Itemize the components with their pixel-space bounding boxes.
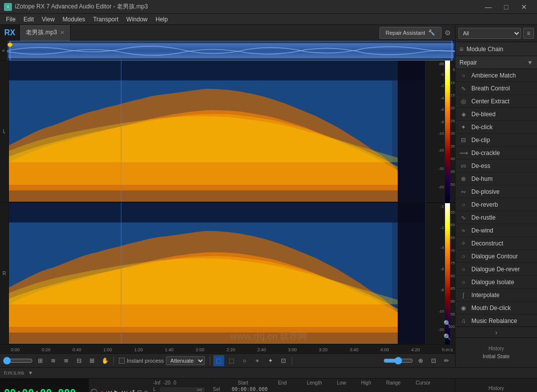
breath-control-icon: ∿ <box>459 85 467 92</box>
freq-sel-btn[interactable]: ⬚ <box>226 355 237 366</box>
module-item-de-click[interactable]: ✦ De-click <box>455 121 537 134</box>
length-col-label: Length <box>307 380 322 386</box>
menu-modules[interactable]: Modules <box>59 15 89 24</box>
repair-assistant-button[interactable]: Repair Assistant 🔧 <box>379 27 442 39</box>
zoom-out-btn[interactable]: ⊟ <box>74 355 85 366</box>
render-btn[interactable]: ⊡ <box>278 355 289 366</box>
menu-edit[interactable]: Edit <box>19 15 38 24</box>
module-item-de-rustle[interactable]: ∿ De-rustle <box>455 211 537 224</box>
module-item-de-ess[interactable]: sS De-ess <box>455 159 537 172</box>
waveform-view-btn[interactable]: ⬚ <box>213 355 224 366</box>
l-level-meter: -Inf <box>160 388 204 392</box>
spectrogram-l[interactable] <box>9 61 425 203</box>
module-item-de-clip[interactable]: ⊟ De-clip <box>455 134 537 147</box>
module-item-de-reverb[interactable]: ○ De-reverb <box>455 198 537 211</box>
prev-btn[interactable]: ⏮ <box>106 389 112 392</box>
repair-category-dropdown[interactable]: Repair ▼ <box>455 56 537 69</box>
menu-transport[interactable]: Transport <box>89 15 122 24</box>
module-item-deconstruct[interactable]: ✧ Deconstruct <box>455 237 537 250</box>
menu-file[interactable]: File <box>2 15 19 24</box>
zoom-in-icon[interactable]: 🔍 <box>444 320 451 327</box>
menu-help[interactable]: Help <box>152 15 172 24</box>
main-area: RX 老男孩.mp3 ✕ Repair Assistant 🔧 ⚙ « <box>0 25 537 367</box>
dialogue-de-reverb-icon: ○ <box>459 266 467 273</box>
zoom-to-selection-btn[interactable]: ⊞ <box>35 355 46 366</box>
module-item-de-plosive[interactable]: ∾ De-plosive <box>455 185 537 198</box>
monitor-btn[interactable]: ⊕ <box>415 355 426 366</box>
file-tab[interactable]: 老男孩.mp3 ✕ <box>20 25 71 41</box>
de-ess-icon: sS <box>459 163 467 168</box>
menu-view[interactable]: View <box>38 15 59 24</box>
maximize-button[interactable]: □ <box>497 0 515 14</box>
waveform-overview[interactable]: « <box>0 41 455 61</box>
spectrogram-r[interactable] <box>9 203 425 344</box>
collapse-left-icon[interactable]: « <box>0 41 7 61</box>
tab-filename: 老男孩.mp3 <box>26 28 57 37</box>
play-btn[interactable]: ▶ <box>114 389 119 392</box>
de-rustle-label: De-rustle <box>471 214 496 221</box>
db-zero-label: 0 <box>174 380 177 386</box>
settings-icon[interactable]: ⚙ <box>445 29 451 37</box>
de-click-label: De-click <box>471 124 493 131</box>
zoom-full-btn[interactable]: ⊡ <box>428 355 439 366</box>
time-format-arrow[interactable]: ▼ <box>28 370 33 376</box>
module-item-de-wind[interactable]: ≈ De-wind <box>455 224 537 237</box>
zoom-out-icon[interactable]: 🔍 <box>444 333 451 340</box>
module-item-mouth-de-click[interactable]: ◉ Mouth De-click <box>455 302 537 314</box>
headphones-icon[interactable]: 🎧 <box>90 389 98 392</box>
module-item-dialogue-contour[interactable]: ○ Dialogue Contour <box>455 250 537 263</box>
window-controls: — □ ✕ <box>479 0 533 14</box>
playback-slider[interactable] <box>3 357 33 364</box>
zoom-in-btn[interactable]: ⊞ <box>87 355 97 366</box>
lasso-btn[interactable]: ⌖ <box>252 355 263 366</box>
menu-window[interactable]: Window <box>122 15 152 24</box>
module-chain-header: ≡ Module Chain <box>455 42 537 56</box>
minimize-button[interactable]: — <box>479 0 497 14</box>
record-btn[interactable]: ● <box>100 389 104 392</box>
volume-slider[interactable] <box>383 357 413 364</box>
to-end-btn[interactable]: ⊡ <box>137 389 142 392</box>
squiggly1-btn[interactable]: ≋ <box>48 355 59 366</box>
module-item-center-extract[interactable]: ◎ Center Extract <box>455 95 537 108</box>
de-plosive-icon: ∾ <box>459 188 467 195</box>
menubar: File Edit View Modules Transport Window … <box>0 14 537 25</box>
dialogue-isolate-label: Dialogue Isolate <box>471 279 514 286</box>
time-tick-6: 2:00 <box>196 347 205 352</box>
instant-process-checkbox[interactable] <box>119 358 125 364</box>
filter-menu-button[interactable]: ≡ <box>523 28 534 39</box>
module-item-de-bleed[interactable]: ◈ De-bleed <box>455 108 537 121</box>
selection-btn[interactable]: ○ <box>239 355 250 366</box>
de-hum-label: De-hum <box>471 175 493 182</box>
l-level-value: -Inf <box>196 387 202 392</box>
history-panel-bottom: History Initial State <box>455 379 537 392</box>
l-channel-indicator-label: L <box>153 387 158 392</box>
repair-assistant-icon: 🔧 <box>428 29 435 36</box>
squiggly2-btn[interactable]: ≋ <box>61 355 72 366</box>
next-btn[interactable]: ⏭ <box>121 389 128 392</box>
module-item-de-hum[interactable]: ⊗ De-hum <box>455 172 537 185</box>
repair-category-label: Repair <box>459 59 477 66</box>
left-panel: RX 老男孩.mp3 ✕ Repair Assistant 🔧 ⚙ « <box>0 25 455 367</box>
close-button[interactable]: ✕ <box>515 0 533 14</box>
attenuation-select[interactable]: Attenuate <box>166 356 205 365</box>
magic-wand-btn[interactable]: ✦ <box>265 355 276 366</box>
module-item-ambience-match[interactable]: ○ Ambience Match <box>455 69 537 82</box>
module-filter-select[interactable]: All <box>458 28 521 39</box>
module-item-dialogue-isolate[interactable]: ○ Dialogue Isolate <box>455 276 537 289</box>
de-reverb-label: De-reverb <box>471 201 498 208</box>
loop-btn[interactable]: ↺ <box>130 389 135 392</box>
time-format-label: h:m:s.ms <box>4 370 24 376</box>
interpolate-icon: ∫ <box>459 292 467 299</box>
module-item-de-crackle[interactable]: ⟿ De-crackle <box>455 147 537 159</box>
overview-waveform[interactable] <box>7 41 455 61</box>
transport-controls: 🎧 ● ⏮ ▶ ⏭ ↺ ⊡ ≋ <box>90 379 149 392</box>
module-item-music-rebalance[interactable]: ♫ Music Rebalance <box>455 314 537 326</box>
module-item-interpolate[interactable]: ∫ Interpolate <box>455 289 537 302</box>
module-item-dialogue-de-reverb[interactable]: ○ Dialogue De-rever <box>455 263 537 276</box>
scroll-right-icon[interactable]: › <box>495 328 498 336</box>
pencil-tool-btn[interactable]: ✏ <box>441 355 452 366</box>
module-item-breath-control[interactable]: ∿ Breath Control <box>455 82 537 95</box>
hand-tool-btn[interactable]: ✋ <box>99 355 110 366</box>
history-label: History <box>488 346 504 351</box>
tab-close-icon[interactable]: ✕ <box>60 30 64 35</box>
